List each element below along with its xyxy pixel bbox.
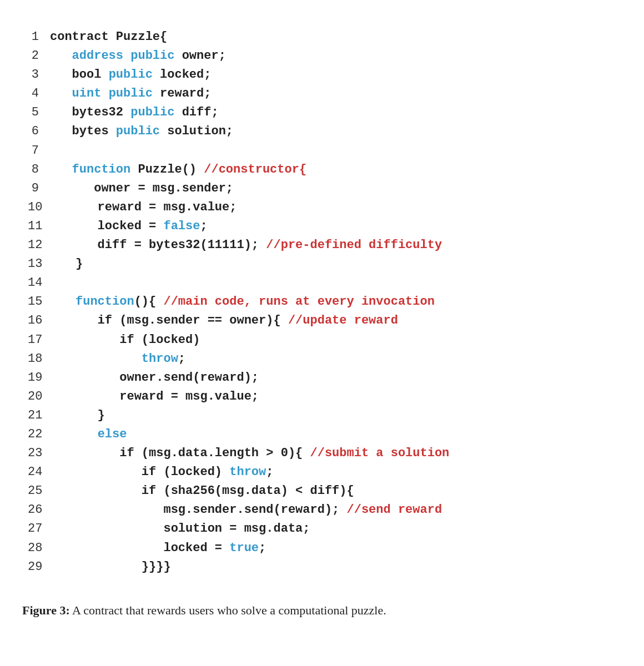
token: //main code, runs at every invocation: [163, 295, 434, 309]
line-number: 6: [28, 122, 50, 141]
line-number: 23: [28, 444, 53, 463]
token: contract Puzzle{: [50, 30, 167, 44]
token: throw: [229, 465, 266, 479]
token: public: [130, 49, 174, 63]
code-line: 9 owner = msg.sender;: [28, 179, 616, 198]
line-number: 24: [28, 463, 53, 482]
line-content: function Puzzle() //constructor{: [50, 160, 306, 179]
code-line: 8 function Puzzle() //constructor{: [28, 160, 616, 179]
token: if (msg.sender == owner){: [53, 314, 288, 327]
code-line: 19 owner.send(reward);: [28, 369, 616, 387]
token: throw: [142, 352, 178, 366]
code-line: 12 diff = bytes32(11111); //pre-defined …: [28, 236, 616, 255]
token: public: [109, 87, 153, 100]
code-line: 13 }: [28, 255, 616, 274]
code-line: 18 throw;: [28, 350, 616, 369]
code-line: 16 if (msg.sender == owner){ //update re…: [28, 311, 616, 330]
token: [101, 87, 108, 100]
token: diff = bytes32(11111);: [53, 238, 266, 252]
token: //pre-defined difficulty: [266, 238, 442, 252]
line-number: 25: [28, 482, 53, 501]
token: [53, 352, 141, 366]
code-line: 15 function(){ //main code, runs at ever…: [28, 292, 616, 311]
figure-caption: Figure 3: A contract that rewards users …: [22, 601, 522, 619]
line-content: uint public reward;: [50, 84, 211, 103]
token: public: [109, 68, 153, 82]
caption-label: Figure 3:: [22, 603, 70, 617]
line-number: 17: [28, 331, 53, 350]
token: solution = msg.data;: [53, 522, 310, 536]
line-number: 12: [28, 236, 53, 255]
line-number: 20: [28, 387, 53, 406]
line-content: bytes32 public diff;: [50, 103, 219, 122]
code-line: 27 solution = msg.data;: [28, 519, 616, 538]
token: bytes32: [50, 105, 130, 119]
token: [50, 163, 72, 176]
token: reward;: [153, 87, 212, 100]
caption-text: A contract that rewards users who solve …: [70, 603, 386, 617]
line-content: throw;: [53, 350, 185, 369]
token: if (locked): [53, 333, 200, 347]
code-line: 21 }: [28, 406, 616, 425]
token: if (locked): [53, 465, 229, 479]
token: locked =: [53, 541, 229, 555]
code-block: 1contract Puzzle{2 address public owner;…: [22, 17, 622, 588]
token: [50, 87, 72, 100]
token: reward = msg.value;: [53, 200, 237, 214]
line-number: 7: [28, 142, 50, 160]
code-line: 7: [28, 142, 616, 160]
token: reward = msg.value;: [53, 390, 259, 403]
line-number: 15: [28, 292, 53, 311]
token: Puzzle(): [130, 163, 204, 176]
token: }}}}: [53, 560, 170, 574]
line-number: 14: [28, 274, 53, 292]
line-number: 3: [28, 65, 50, 84]
code-line: 24 if (locked) throw;: [28, 463, 616, 482]
token: (){: [134, 295, 164, 309]
line-number: 19: [28, 369, 53, 387]
token: ;: [266, 465, 273, 479]
token: //send reward: [347, 503, 442, 517]
line-number: 1: [28, 28, 50, 47]
code-line: 2 address public owner;: [28, 47, 616, 65]
line-content: bool public locked;: [50, 65, 211, 84]
token: owner.send(reward);: [53, 371, 259, 385]
code-line: 23 if (msg.data.length > 0){ //submit a …: [28, 444, 616, 463]
line-number: 5: [28, 103, 50, 122]
line-content: }}}}: [53, 558, 170, 577]
line-content: msg.sender.send(reward); //send reward: [53, 501, 442, 519]
code-line: 1contract Puzzle{: [28, 28, 616, 47]
token: solution;: [160, 124, 233, 138]
line-number: 16: [28, 311, 53, 330]
line-content: locked = true;: [53, 539, 266, 558]
token: //constructor{: [204, 163, 306, 176]
token: }: [53, 408, 104, 422]
code-line: 10 reward = msg.value;: [28, 198, 616, 217]
token: diff;: [174, 105, 218, 119]
code-line: 20 reward = msg.value;: [28, 387, 616, 406]
line-number: 22: [28, 425, 53, 444]
token: function: [76, 295, 134, 309]
line-number: 21: [28, 406, 53, 425]
code-line: 22 else: [28, 425, 616, 444]
line-content: if (sha256(msg.data) < diff){: [53, 482, 354, 501]
code-line: 14: [28, 274, 616, 292]
token: [50, 49, 72, 63]
token: function: [72, 163, 131, 176]
line-content: address public owner;: [50, 47, 226, 65]
token: msg.sender.send(reward);: [53, 503, 346, 517]
token: ;: [259, 541, 266, 555]
line-number: 2: [28, 47, 50, 65]
token: public: [130, 105, 174, 119]
token: //submit a solution: [310, 446, 449, 460]
token: uint: [72, 87, 102, 100]
code-line: 26 msg.sender.send(reward); //send rewar…: [28, 501, 616, 519]
line-content: reward = msg.value;: [53, 198, 237, 217]
token: bool: [50, 68, 109, 82]
line-number: 4: [28, 84, 50, 103]
token: locked;: [153, 68, 212, 82]
token: ;: [200, 219, 207, 233]
line-number: 27: [28, 519, 53, 538]
token: //update reward: [288, 314, 398, 327]
code-line: 11 locked = false;: [28, 217, 616, 236]
